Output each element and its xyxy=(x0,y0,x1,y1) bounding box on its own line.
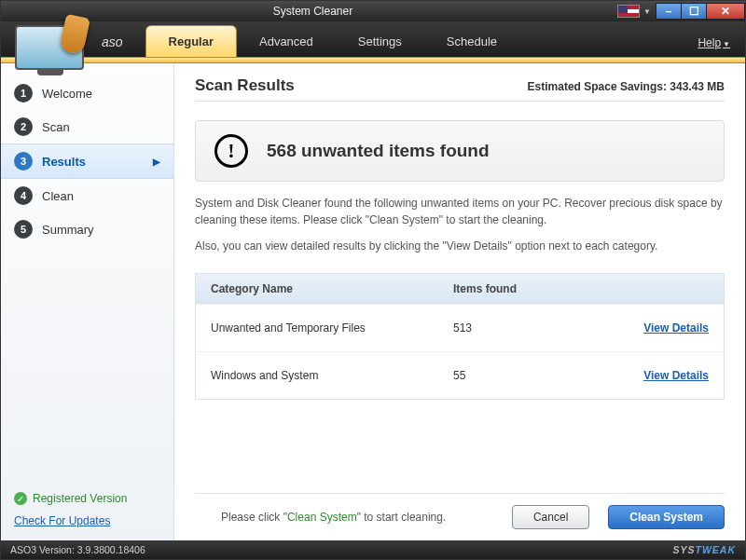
titlebar: System Cleaner ▼ – ☐ ✕ xyxy=(1,1,745,21)
page-title: Scan Results xyxy=(195,76,295,95)
brand-label: aso xyxy=(94,34,145,57)
table-row: Windows and System 55 View Details xyxy=(196,351,724,399)
wizard-steps: 1 Welcome 2 Scan 3 Results ▶ 4 Clean 5 xyxy=(1,63,173,483)
step-welcome[interactable]: 1 Welcome xyxy=(1,76,173,110)
tab-underline xyxy=(1,57,745,63)
step-number: 5 xyxy=(14,220,33,239)
check-updates-link[interactable]: Check For Updates xyxy=(14,514,160,527)
cell-category: Windows and System xyxy=(211,369,453,382)
step-number: 4 xyxy=(14,186,33,205)
brand-part2: TWEAK xyxy=(696,544,737,555)
col-items: Items found xyxy=(453,282,602,295)
registered-label: Registered Version xyxy=(33,492,127,505)
help-label: Help xyxy=(698,36,721,49)
language-flag-icon[interactable] xyxy=(617,5,640,18)
minimize-button[interactable]: – xyxy=(656,3,682,20)
brand-part1: SYS xyxy=(672,544,695,555)
warning-icon: ! xyxy=(214,134,248,168)
help-link[interactable]: Help▼ xyxy=(698,36,745,57)
chevron-down-icon: ▼ xyxy=(723,40,730,48)
table-row: Unwanted and Temporary Files 513 View De… xyxy=(196,304,724,351)
step-number: 3 xyxy=(14,152,33,171)
action-footer: Please click "Clean System" to start cle… xyxy=(195,493,725,540)
savings-label: Estimated Space Savings: xyxy=(528,80,670,93)
clean-system-button[interactable]: Clean System xyxy=(608,505,725,529)
step-label: Results xyxy=(42,155,86,169)
alert-box: ! 568 unwanted items found xyxy=(195,120,725,182)
hint-suffix: " to start cleaning. xyxy=(357,511,447,524)
hint-highlight: Clean System xyxy=(287,511,357,524)
sidebar-footer: ✓ Registered Version Check For Updates xyxy=(1,483,173,540)
version-label: ASO3 Version: 3.9.3800.18406 xyxy=(10,544,145,555)
tab-schedule[interactable]: Schedule xyxy=(424,26,519,57)
cell-items: 55 xyxy=(453,369,602,382)
cancel-button[interactable]: Cancel xyxy=(512,505,589,529)
view-details-link[interactable]: View Details xyxy=(643,369,709,382)
tab-advanced[interactable]: Advanced xyxy=(237,26,336,57)
main-content: Scan Results Estimated Space Savings: 34… xyxy=(174,63,745,540)
close-button[interactable]: ✕ xyxy=(706,3,745,20)
registered-status: ✓ Registered Version xyxy=(14,492,160,505)
col-category: Category Name xyxy=(211,282,453,295)
hint-prefix: Please click " xyxy=(221,511,287,524)
tab-settings[interactable]: Settings xyxy=(336,26,424,57)
description-1: System and Disk Cleaner found the follow… xyxy=(195,195,725,228)
col-action xyxy=(602,282,709,295)
description-2: Also, you can view detailed results by c… xyxy=(195,239,725,253)
check-icon: ✓ xyxy=(14,492,27,505)
active-arrow-icon: ▶ xyxy=(153,157,160,167)
main-tabstrip: aso Regular Advanced Settings Schedule H… xyxy=(1,21,745,57)
view-details-link[interactable]: View Details xyxy=(643,321,709,335)
maximize-button[interactable]: ☐ xyxy=(681,3,707,20)
cell-items: 513 xyxy=(453,321,602,335)
tab-regular[interactable]: Regular xyxy=(145,25,237,57)
savings-value: 343.43 MB xyxy=(670,80,725,93)
table-header: Category Name Items found xyxy=(196,274,724,304)
statusbar: ASO3 Version: 3.9.3800.18406 SYSTWEAK xyxy=(1,540,745,559)
step-label: Summary xyxy=(42,223,94,237)
results-table: Category Name Items found Unwanted and T… xyxy=(195,273,725,400)
step-summary[interactable]: 5 Summary xyxy=(1,212,173,246)
window-controls: – ☐ ✕ xyxy=(656,3,745,20)
step-label: Welcome xyxy=(42,87,92,101)
hint-text: Please click "Clean System" to start cle… xyxy=(195,511,493,524)
cell-category: Unwanted and Temporary Files xyxy=(211,321,453,335)
vendor-brand: SYSTWEAK xyxy=(672,544,736,555)
step-number: 2 xyxy=(14,117,33,136)
alert-text: 568 unwanted items found xyxy=(267,141,490,161)
app-logo xyxy=(8,21,90,74)
step-results[interactable]: 3 Results ▶ xyxy=(1,143,173,179)
language-dropdown-icon[interactable]: ▼ xyxy=(643,7,651,16)
step-number: 1 xyxy=(14,84,33,102)
step-scan[interactable]: 2 Scan xyxy=(1,110,173,143)
step-clean[interactable]: 4 Clean xyxy=(1,179,173,212)
sidebar: 1 Welcome 2 Scan 3 Results ▶ 4 Clean 5 xyxy=(1,63,174,540)
content-header: Scan Results Estimated Space Savings: 34… xyxy=(195,76,725,102)
space-savings: Estimated Space Savings: 343.43 MB xyxy=(528,80,725,93)
window-title: System Cleaner xyxy=(8,5,617,18)
body: 1 Welcome 2 Scan 3 Results ▶ 4 Clean 5 xyxy=(1,63,745,540)
step-label: Clean xyxy=(42,189,74,203)
step-label: Scan xyxy=(42,120,70,134)
app-window: System Cleaner ▼ – ☐ ✕ aso Regular Advan… xyxy=(0,0,746,560)
